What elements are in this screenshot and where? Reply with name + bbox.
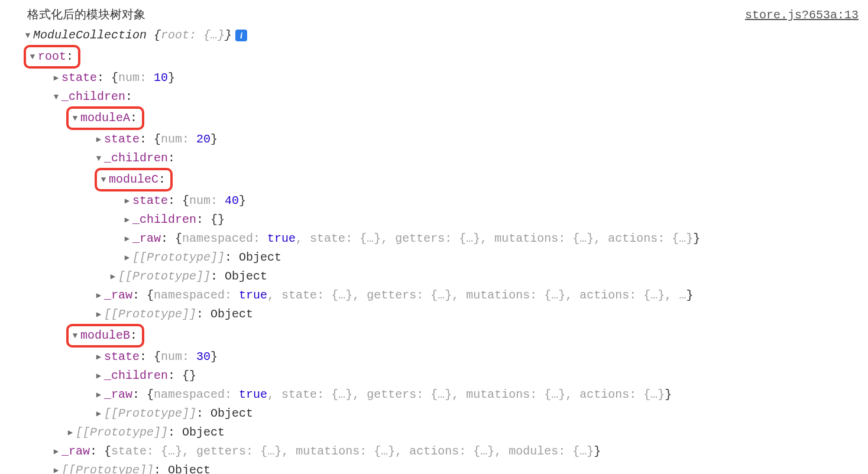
toggle-icon[interactable]: ▶ (95, 366, 103, 385)
tree-key-state[interactable]: state (104, 348, 140, 366)
preview-key: getters (196, 442, 246, 461)
preview-val: {…} (572, 442, 594, 461)
tree-key-moduleA[interactable]: moduleA (80, 109, 130, 128)
toggle-icon[interactable]: ▶ (52, 442, 60, 461)
tree-key-raw[interactable]: _raw (104, 286, 132, 305)
toggle-icon[interactable]: ▶ (52, 461, 60, 474)
tree-key-children[interactable]: _children (104, 149, 168, 168)
toggle-icon[interactable]: ▶ (66, 423, 75, 442)
preview-key: namespaced (154, 286, 225, 305)
tree-key-children[interactable]: _children (132, 210, 196, 229)
preview-val: {…} (572, 229, 594, 248)
preview-val: {…} (260, 442, 281, 461)
toggle-icon[interactable]: ▶ (123, 248, 131, 267)
tree-key-prototype[interactable]: [[Prototype]] (61, 461, 154, 474)
preview-key: getters (395, 229, 445, 248)
tree-key-prototype[interactable]: [[Prototype]] (104, 305, 196, 324)
tree-key-state[interactable]: state (61, 69, 97, 87)
preview-key: state (310, 229, 345, 248)
info-icon[interactable]: i (235, 30, 247, 41)
tree-key-moduleC[interactable]: moduleC (109, 170, 158, 189)
preview-val: {…} (161, 442, 182, 461)
tree-key-state[interactable]: state (132, 191, 168, 210)
preview-key: state (281, 286, 317, 305)
toggle-icon[interactable]: ▶ (95, 130, 103, 149)
highlight-moduleA: ▼ moduleA: (66, 106, 144, 130)
toggle-icon[interactable]: ▼ (71, 326, 79, 345)
preview-key: getters (367, 286, 416, 305)
preview-val: {…} (430, 385, 452, 404)
toggle-icon[interactable]: ▼ (95, 149, 103, 168)
toggle-icon[interactable]: ▶ (109, 267, 117, 286)
toggle-icon[interactable]: ▼ (24, 26, 32, 45)
tree-key-children[interactable]: _children (61, 87, 125, 106)
preview-val: {…} (544, 385, 565, 404)
preview-key: mutations (466, 385, 530, 404)
preview-key: getters (367, 385, 416, 404)
toggle-icon[interactable]: ▶ (95, 404, 103, 423)
tree-key-prototype[interactable]: [[Prototype]] (76, 423, 168, 442)
tree-key-prototype[interactable]: [[Prototype]] (118, 267, 210, 286)
toggle-icon[interactable]: ▶ (123, 229, 131, 248)
tree-value: Object (210, 305, 253, 324)
tree-value: 20 (196, 130, 210, 149)
tree-key-children[interactable]: _children (104, 366, 168, 385)
preview-val: {…} (203, 26, 225, 45)
preview-val: {…} (473, 442, 494, 461)
tree-key-prototype[interactable]: [[Prototype]] (132, 248, 225, 267)
preview-val: {…} (359, 229, 381, 248)
toggle-icon[interactable]: ▶ (95, 305, 103, 324)
tree-value: 40 (225, 191, 239, 210)
preview-key: mutations (494, 229, 558, 248)
preview-key: root (161, 26, 189, 45)
tree-key-num: num (189, 191, 210, 210)
preview-key: state (111, 442, 147, 461)
tree-value: Object (168, 461, 210, 474)
toggle-icon[interactable]: ▼ (71, 109, 79, 128)
preview-val: … (679, 286, 686, 305)
preview-val: {…} (459, 229, 480, 248)
tree-key-num: num (161, 130, 182, 149)
preview-val: {…} (672, 229, 693, 248)
preview-key: mutations (296, 442, 359, 461)
preview-val: {…} (430, 286, 452, 305)
toggle-icon[interactable]: ▶ (95, 348, 103, 366)
preview-val: {…} (643, 286, 665, 305)
source-link[interactable]: store.js?653a:13 (745, 6, 859, 25)
preview-val: {…} (374, 442, 395, 461)
tree-key-state[interactable]: state (104, 130, 140, 149)
toggle-icon[interactable]: ▶ (95, 286, 103, 305)
tree-value: 30 (196, 348, 210, 366)
tree-value: true (267, 229, 296, 248)
tree-key-prototype[interactable]: [[Prototype]] (104, 404, 196, 423)
toggle-icon[interactable]: ▼ (99, 170, 108, 189)
tree-value: true (239, 385, 267, 404)
toggle-icon[interactable]: ▶ (123, 191, 131, 210)
toggle-icon[interactable]: ▶ (52, 69, 60, 87)
tree-key-raw[interactable]: _raw (132, 229, 161, 248)
preview-key: actions (608, 229, 658, 248)
highlight-root: ▼ root: (24, 45, 80, 69)
tree-key-num: num (161, 348, 182, 366)
log-title: 格式化后的模块树对象 (9, 5, 145, 24)
preview-key: actions (579, 385, 629, 404)
tree-value: 10 (154, 69, 168, 87)
tree-value: {} (182, 366, 196, 385)
toggle-icon[interactable]: ▼ (28, 47, 37, 66)
tree-value: Object (239, 248, 281, 267)
class-name: ModuleCollection (33, 26, 147, 45)
tree-key-raw[interactable]: _raw (61, 442, 90, 461)
highlight-moduleB: ▼ moduleB: (66, 324, 144, 348)
tree-key-moduleB[interactable]: moduleB (80, 326, 130, 345)
tree-key-raw[interactable]: _raw (104, 385, 132, 404)
tree-value: Object (182, 423, 225, 442)
tree-key-root[interactable]: root (38, 47, 66, 66)
toggle-icon[interactable]: ▼ (52, 87, 60, 106)
preview-val: {…} (331, 385, 352, 404)
preview-key: actions (579, 286, 629, 305)
toggle-icon[interactable]: ▶ (95, 385, 103, 404)
preview-key: mutations (466, 286, 530, 305)
tree-key-num: num (118, 69, 140, 87)
preview-key: namespaced (154, 385, 225, 404)
toggle-icon[interactable]: ▶ (123, 210, 131, 229)
